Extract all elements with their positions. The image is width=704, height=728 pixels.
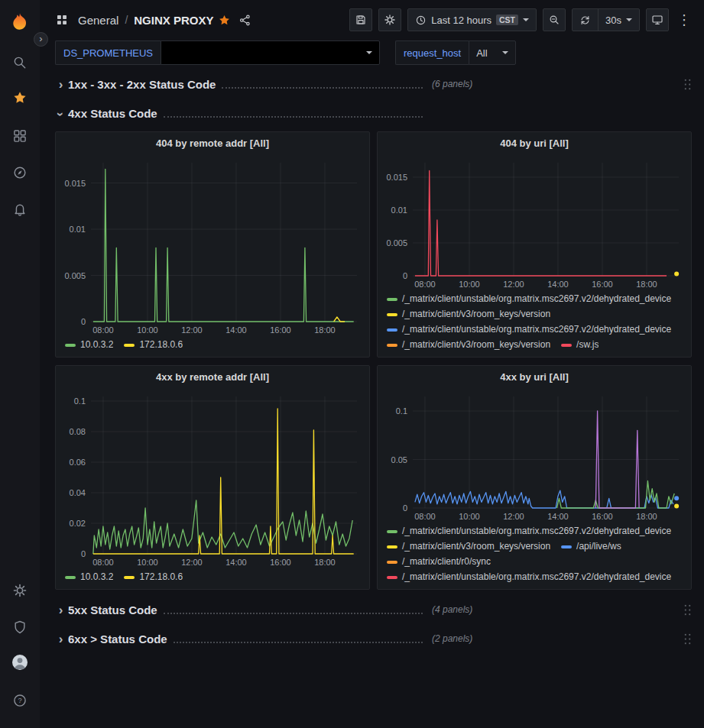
x-tick-label: 12:00: [181, 558, 203, 567]
favorite-star-icon[interactable]: [216, 12, 232, 28]
y-tick-label: 0.005: [386, 238, 407, 248]
request-host-variable-value[interactable]: All: [469, 40, 516, 65]
save-dashboard-button[interactable]: [349, 8, 372, 31]
caret-down-icon: [502, 51, 508, 54]
avatar: [11, 653, 29, 675]
breadcrumb-section[interactable]: General: [78, 14, 118, 27]
refresh-group: 30s: [572, 8, 640, 31]
chart-series-endpoint: [674, 496, 679, 500]
tv-mode-button[interactable]: [646, 8, 669, 31]
legend-item[interactable]: /_matrix/client/unstable/org.matrix.msc2…: [387, 292, 671, 306]
request-host-variable-label[interactable]: request_host: [395, 40, 469, 65]
legend-swatch: [387, 530, 397, 533]
legend-item[interactable]: /_matrix/client/unstable/org.matrix.msc2…: [387, 322, 671, 337]
legend-item[interactable]: /_matrix/client/v3/room_keys/version: [387, 539, 550, 554]
x-tick-label: 18:00: [314, 558, 336, 567]
dashboard-settings-button[interactable]: [378, 8, 401, 31]
x-tick-label: 10:00: [137, 325, 158, 335]
caret-down-icon: [366, 51, 372, 54]
row-drag-handle[interactable]: [683, 78, 692, 91]
legend-swatch: [387, 561, 397, 564]
chart-series-endpoint: [674, 271, 679, 276]
sidebar-item-dashboards[interactable]: [0, 118, 40, 154]
search-icon: [12, 55, 28, 70]
chart-canvas[interactable]: 08:0010:0012:0014:0016:0018:0000.050.1: [378, 389, 691, 523]
legend-label: /_matrix/client/unstable/org.matrix.msc2…: [402, 322, 671, 337]
chart-plot[interactable]: 08:0010:0012:0014:0016:0018:0000.0050.01…: [378, 155, 691, 291]
row-panel-count: (6 panels): [432, 79, 472, 89]
zoom-out-button[interactable]: [543, 8, 566, 31]
panel-title[interactable]: 4xx by remote addr [All]: [56, 366, 369, 389]
legend-item[interactable]: /_matrix/client/unstable/org.matrix.msc2…: [387, 570, 671, 584]
legend-label: 172.18.0.6: [139, 570, 183, 584]
panel-title[interactable]: 404 by uri [All]: [378, 132, 691, 155]
chart-legend: /_matrix/client/unstable/org.matrix.msc2…: [378, 291, 691, 357]
chart-canvas[interactable]: 08:0010:0012:0014:0016:0018:0000.020.040…: [56, 389, 369, 569]
legend-item[interactable]: /_matrix/client/r0/sync: [387, 555, 491, 569]
legend-label: /_matrix/client/r0/sync: [402, 555, 491, 569]
datasource-variable-label[interactable]: DS_PROMETHEUS: [55, 40, 161, 65]
x-tick-label: 16:00: [592, 512, 613, 521]
x-tick-label: 12:00: [181, 325, 203, 335]
sidebar-item-starred[interactable]: [0, 81, 40, 118]
legend-label: /_matrix/client/v3/room_keys/version: [402, 338, 550, 352]
legend-item[interactable]: /_matrix/client/unstable/org.matrix.msc2…: [387, 524, 671, 539]
y-tick-label: 0.1: [396, 406, 407, 416]
legend-item[interactable]: 172.18.0.6: [124, 338, 183, 352]
legend-label: /_matrix/client/unstable/org.matrix.msc2…: [402, 570, 671, 584]
x-tick-label: 18:00: [314, 325, 336, 335]
row-header-4xx[interactable]: › 4xx Status Code: [55, 102, 692, 124]
apps-icon[interactable]: [54, 11, 70, 28]
share-icon[interactable]: [237, 12, 253, 28]
y-tick-label: 0.015: [386, 173, 407, 182]
chart-canvas[interactable]: 08:0010:0012:0014:0016:0018:0000.0050.01…: [378, 155, 691, 291]
sidebar-item-profile[interactable]: [0, 645, 40, 682]
legend-label: /_matrix/client/v3/room_keys/version: [402, 307, 550, 322]
breadcrumb-title[interactable]: NGINX PROXY: [134, 14, 213, 27]
legend-item[interactable]: 10.0.3.2: [65, 570, 113, 584]
chart-series-line: [415, 490, 673, 508]
legend-item[interactable]: /sw.js: [561, 338, 599, 352]
refresh-button[interactable]: [573, 9, 598, 31]
x-tick-label: 10:00: [137, 558, 158, 567]
row-header-6xx[interactable]: › 6xx > Status Code (2 panels): [55, 628, 692, 649]
panel-4xx-by-uri: 4xx by uri [All] 08:0010:0012:0014:0016:…: [377, 365, 692, 590]
panel-title[interactable]: 404 by remote addr [All]: [56, 132, 369, 155]
legend-item[interactable]: 172.18.0.6: [124, 570, 183, 584]
sidebar-item-search[interactable]: [0, 44, 40, 81]
x-tick-label: 16:00: [270, 558, 291, 567]
sidebar-item-alerting[interactable]: [0, 191, 40, 228]
chart-plot[interactable]: 08:0010:0012:0014:0016:0018:0000.0050.01…: [56, 155, 369, 337]
row-drag-handle[interactable]: [683, 633, 692, 645]
time-range-button[interactable]: Last 12 hours CST: [408, 9, 536, 31]
chart-plot[interactable]: 08:0010:0012:0014:0016:0018:0000.050.1: [378, 389, 691, 523]
row-drag-handle[interactable]: [683, 603, 692, 616]
row-header-1xx-3xx-2xx[interactable]: › 1xx - 3xx - 2xx Status Code (6 panels): [55, 73, 692, 95]
legend-item[interactable]: /api/live/ws: [561, 539, 621, 554]
legend-swatch: [387, 545, 397, 548]
sidebar-item-explore[interactable]: [0, 154, 40, 191]
breadcrumb: General / NGINX PROXY: [78, 14, 213, 27]
legend-item[interactable]: /_matrix/client/v3/room_keys/version: [387, 338, 550, 352]
panel-title[interactable]: 4xx by uri [All]: [378, 366, 691, 389]
x-tick-label: 08:00: [414, 280, 436, 289]
sidebar-item-configuration[interactable]: [0, 572, 40, 609]
grafana-logo-icon[interactable]: [8, 11, 32, 35]
y-tick-label: 0.05: [391, 455, 407, 464]
legend-item[interactable]: 10.0.3.2: [65, 338, 113, 352]
sidebar-expand-button[interactable]: ›: [34, 32, 48, 47]
refresh-interval-dropdown[interactable]: 30s: [598, 9, 639, 31]
dotted-leader: [164, 604, 423, 614]
more-options-button[interactable]: ⋮: [675, 13, 693, 27]
row-header-5xx[interactable]: › 5xx Status Code (4 panels): [55, 599, 692, 620]
sidebar-item-help[interactable]: ?: [0, 682, 40, 719]
chart-canvas[interactable]: 08:0010:0012:0014:0016:0018:0000.0050.01…: [56, 155, 369, 337]
datasource-variable-value[interactable]: [161, 40, 380, 65]
refresh-icon: [579, 15, 591, 26]
panel-404-by-remote-addr: 404 by remote addr [All] 08:0010:0012:00…: [55, 131, 370, 358]
chart-plot[interactable]: 08:0010:0012:0014:0016:0018:0000.020.040…: [56, 389, 369, 569]
sidebar-item-server-admin[interactable]: [0, 609, 40, 645]
dashboards-grid-icon: [12, 128, 28, 144]
compass-icon: [12, 165, 28, 180]
legend-item[interactable]: /_matrix/client/v3/room_keys/version: [387, 307, 550, 322]
